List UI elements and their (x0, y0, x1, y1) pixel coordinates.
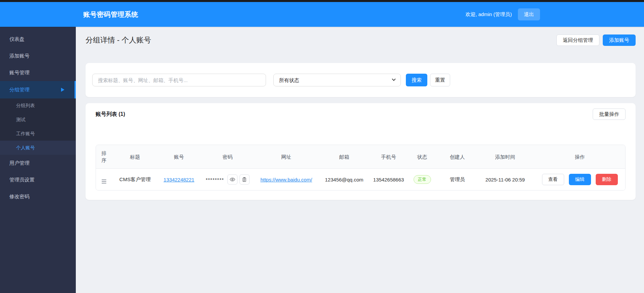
status-badge: 正常 (414, 175, 431, 184)
column-header-password: 密码 (200, 145, 255, 169)
account-list-card: 账号列表 (1) 批量操作 排序 标题 (86, 103, 636, 200)
cell-account: 13342248221 (158, 169, 200, 191)
main-content: 分组详情 - 个人账号 返回分组管理 添加账号 所有状态 搜索 重置 (76, 27, 644, 293)
header-user-area: 欢迎, admin (管理员) 退出 (466, 2, 540, 27)
clipboard-icon (242, 177, 247, 182)
reset-button[interactable]: 重置 (430, 74, 450, 86)
column-header-created-at: 添加时间 (477, 145, 534, 169)
app-title: 账号密码管理系统 (83, 10, 138, 19)
cell-creator: 管理员 (438, 169, 477, 191)
column-header-actions: 操作 (534, 145, 626, 169)
sidebar-item-add-account[interactable]: 添加账号 (0, 48, 76, 64)
add-account-button[interactable]: 添加账号 (603, 34, 636, 46)
search-input[interactable] (92, 74, 266, 86)
status-filter-select[interactable]: 所有状态 (273, 74, 401, 86)
sidebar-item-dashboard[interactable]: 仪表盘 (0, 31, 76, 48)
cell-sort (96, 169, 112, 191)
drag-handle-icon[interactable] (102, 179, 106, 184)
sidebar-item-label: 分组管理 (9, 87, 30, 92)
page-head: 分组详情 - 个人账号 返回分组管理 添加账号 (86, 34, 636, 46)
cell-url: https://www.baidu.com/ (255, 169, 317, 191)
cell-phone: 13542658663 (371, 169, 406, 191)
sidebar-subitem-personal-accounts[interactable]: 个人账号 (0, 141, 76, 155)
search-button[interactable]: 搜索 (406, 74, 427, 86)
table-header-row: 排序 标题 账号 密码 网址 邮箱 手机号 状态 创建人 添加时间 操作 (96, 145, 626, 169)
status-filter-wrap: 所有状态 (273, 74, 401, 86)
triangle-right-icon (61, 88, 64, 92)
cell-status: 正常 (406, 169, 438, 191)
cell-created-at: 2025-11-06 20:59 (477, 169, 534, 191)
column-header-email: 邮箱 (317, 145, 371, 169)
account-list-header: 账号列表 (1) 批量操作 (96, 108, 626, 120)
table-row: CMS客户管理 13342248221 ******** (96, 169, 626, 191)
column-header-status: 状态 (406, 145, 438, 169)
sidebar-item-group-management[interactable]: 分组管理 (0, 81, 76, 98)
accounts-table: 排序 标题 账号 密码 网址 邮箱 手机号 状态 创建人 添加时间 操作 (96, 145, 626, 190)
account-list-title: 账号列表 (1) (96, 111, 125, 118)
column-header-url: 网址 (255, 145, 317, 169)
batch-actions-button[interactable]: 批量操作 (593, 108, 626, 120)
column-header-sort: 排序 (96, 145, 112, 169)
sidebar-item-change-password[interactable]: 修改密码 (0, 188, 76, 205)
sidebar-subitem-group-list[interactable]: 分组列表 (0, 98, 76, 113)
sidebar-subitem-test[interactable]: 测试 (0, 113, 76, 127)
eye-icon (230, 177, 235, 182)
edit-button[interactable]: 编辑 (569, 174, 591, 185)
page-actions: 返回分组管理 添加账号 (556, 34, 636, 46)
column-header-title: 标题 (112, 145, 158, 169)
sidebar-subitem-work-accounts[interactable]: 工作账号 (0, 127, 76, 141)
cell-actions: 查看 编辑 删除 (534, 169, 626, 191)
welcome-text: 欢迎, admin (管理员) (466, 11, 512, 18)
sidebar-submenu-groups: 分组列表 测试 工作账号 个人账号 (0, 98, 76, 155)
sidebar-item-admin-settings[interactable]: 管理员设置 (0, 171, 76, 188)
page-title: 分组详情 - 个人账号 (86, 35, 151, 45)
delete-button[interactable]: 删除 (596, 174, 618, 185)
sidebar-item-user-management[interactable]: 用户管理 (0, 155, 76, 171)
accounts-table-wrap: 排序 标题 账号 密码 网址 邮箱 手机号 状态 创建人 添加时间 操作 (96, 145, 626, 191)
sidebar: 仪表盘 添加账号 账号管理 分组管理 分组列表 测试 工作账号 个人账号 用户管… (0, 27, 76, 293)
account-link[interactable]: 13342248221 (164, 177, 195, 182)
back-to-groups-button[interactable]: 返回分组管理 (556, 34, 599, 46)
body-wrap: 仪表盘 添加账号 账号管理 分组管理 分组列表 测试 工作账号 个人账号 用户管… (0, 27, 644, 293)
copy-password-button[interactable] (239, 174, 250, 185)
cell-title: CMS客户管理 (112, 169, 158, 191)
masked-password: ******** (206, 177, 224, 182)
column-header-creator: 创建人 (438, 145, 477, 169)
view-button[interactable]: 查看 (542, 174, 564, 185)
sidebar-item-account-management[interactable]: 账号管理 (0, 64, 76, 81)
screen: 账号密码管理系统 欢迎, admin (管理员) 退出 仪表盘 添加账号 账号管… (0, 0, 644, 293)
cell-password: ******** (200, 169, 255, 191)
url-link[interactable]: https://www.baidu.com/ (260, 177, 312, 182)
column-header-account: 账号 (158, 145, 200, 169)
show-password-button[interactable] (227, 174, 237, 185)
search-filter-card: 所有状态 搜索 重置 (86, 63, 636, 97)
column-header-phone: 手机号 (371, 145, 406, 169)
app-header: 账号密码管理系统 欢迎, admin (管理员) 退出 (0, 2, 644, 27)
logout-button[interactable]: 退出 (518, 8, 540, 20)
cell-email: 123456@qq.com (317, 169, 371, 191)
